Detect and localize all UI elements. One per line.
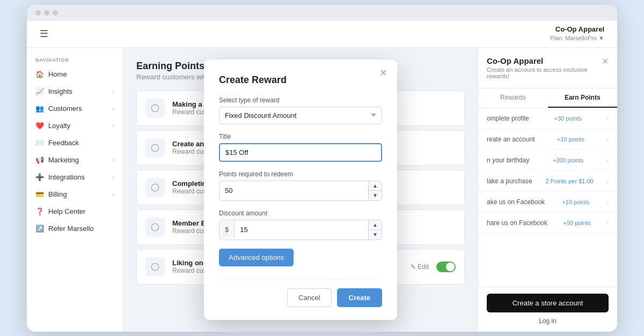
sidebar-item-label: Feedback xyxy=(48,139,79,147)
nav-label: NAVIGATION xyxy=(27,52,123,66)
panel-item-points: +50 points xyxy=(564,220,591,226)
help-icon: ❓ xyxy=(35,207,44,216)
reward-type-label: Select type of reward xyxy=(219,96,382,104)
points-decrement-btn[interactable]: ▼ xyxy=(369,191,382,200)
chevron-right-icon: › xyxy=(606,178,609,184)
brand-info: Co-Op Apparel Plan: MarselloPro ▼ xyxy=(550,25,604,43)
panel-item-label: ake us on Facebook xyxy=(487,198,545,206)
sidebar-item-feedback[interactable]: ✉️ Feedback xyxy=(27,135,123,152)
sidebar-item-loyalty[interactable]: ❤️ Loyalty › xyxy=(27,117,123,135)
insights-icon: 📈 xyxy=(35,87,44,96)
panel-tab-earn[interactable]: Earn Points xyxy=(548,88,618,108)
panel-item-points: 2 Points per $1.00 xyxy=(545,178,593,184)
hamburger-icon[interactable]: ☰ xyxy=(40,28,48,40)
create-button[interactable]: Create xyxy=(337,288,382,307)
advanced-options-button[interactable]: Advanced options xyxy=(219,249,294,266)
nav-item-left: ✉️ Feedback xyxy=(35,139,79,147)
panel-subtitle: Create an account to access exclusive re… xyxy=(487,66,602,79)
nav-item-left: ❤️ Loyalty xyxy=(35,122,70,130)
discount-group: Discount amount $ ▲ ▼ xyxy=(219,210,382,240)
sidebar-item-label: Marketing xyxy=(48,156,79,164)
title-label: Title xyxy=(219,133,382,140)
sidebar-item-home[interactable]: 🏠 Home xyxy=(27,66,123,83)
nav-item-left: 📈 Insights xyxy=(35,87,72,96)
sidebar-item-marketing[interactable]: 📢 Marketing › xyxy=(27,152,123,169)
sidebar-item-integrations[interactable]: ➕ Integrations › xyxy=(27,169,123,186)
sidebar-item-insights[interactable]: 📈 Insights › xyxy=(27,83,123,100)
panel-item-label: hare us on Facebook xyxy=(487,219,547,227)
browser-dot-1 xyxy=(35,10,41,16)
discount-spinner-btns: ▲ ▼ xyxy=(368,220,382,240)
discount-increment-btn[interactable]: ▲ xyxy=(369,220,382,230)
chevron-right-icon: › xyxy=(113,174,114,180)
panel-item-points: +30 points xyxy=(554,115,581,122)
panel-items: omplete profile +30 points › reate an ac… xyxy=(478,108,617,287)
panel-list-item[interactable]: hare us on Facebook +50 points › xyxy=(478,213,617,234)
panel-list-item[interactable]: lake a purchase 2 Points per $1.00 › xyxy=(478,171,617,192)
sidebar-item-help[interactable]: ❓ Help Center xyxy=(27,203,123,220)
feedback-icon: ✉️ xyxy=(35,139,44,147)
sidebar-item-label: Refer Marsello xyxy=(48,225,94,233)
sidebar-item-label: Home xyxy=(48,70,67,78)
points-label: Points required to redeem xyxy=(219,170,382,178)
login-button[interactable]: Log in xyxy=(487,317,609,325)
modal-actions: Cancel Create xyxy=(219,279,382,307)
sidebar: NAVIGATION 🏠 Home 📈 Insights › 👥 Custome… xyxy=(27,48,123,332)
nav-item-left: 🏠 Home xyxy=(35,70,67,79)
nav-item-left: 📢 Marketing xyxy=(35,156,79,165)
sidebar-item-customers[interactable]: 👥 Customers › xyxy=(27,100,123,117)
brand-name: Co-Op Apparel xyxy=(550,25,604,34)
sidebar-item-label: Billing xyxy=(48,190,67,198)
discount-prefix-icon: $ xyxy=(219,221,235,238)
nav-item-left: 👥 Customers xyxy=(35,104,82,113)
chevron-right-icon: › xyxy=(113,157,114,163)
sidebar-item-label: Integrations xyxy=(48,173,85,181)
close-icon[interactable]: ✕ xyxy=(379,68,387,78)
panel-close-icon[interactable]: ✕ xyxy=(602,56,609,66)
panel-header: Co-Op Apparel Create an account to acces… xyxy=(478,48,617,88)
chevron-right-icon: › xyxy=(606,199,609,205)
home-icon: 🏠 xyxy=(35,70,44,79)
chevron-right-icon: › xyxy=(606,220,609,226)
discount-input[interactable] xyxy=(235,221,368,238)
panel-list-item[interactable]: n your birthday +200 points › xyxy=(478,150,617,171)
reward-type-select[interactable]: Fixed Discount AmountPercentage Discount… xyxy=(219,107,382,124)
title-group: Title xyxy=(219,133,382,162)
browser-dot-3 xyxy=(53,10,58,16)
panel-list-item[interactable]: ake us on Facebook +10 points › xyxy=(478,192,617,213)
panel-tab-rewards[interactable]: Rewards xyxy=(478,88,548,108)
modal-overlay: Create Reward ✕ Select type of reward Fi… xyxy=(123,48,478,332)
panel-brand-info: Co-Op Apparel Create an account to acces… xyxy=(487,56,602,79)
points-increment-btn[interactable]: ▲ xyxy=(369,181,382,191)
browser-dot-2 xyxy=(44,10,49,16)
sidebar-item-billing[interactable]: 💳 Billing › xyxy=(27,186,123,203)
panel-list-item[interactable]: reate an account +10 points › xyxy=(478,129,617,150)
billing-icon: 💳 xyxy=(35,190,44,199)
panel-brand-name: Co-Op Apparel xyxy=(487,56,602,65)
panel-item-points: +10 points xyxy=(557,136,584,143)
chevron-right-icon: › xyxy=(113,88,114,94)
discount-decrement-btn[interactable]: ▼ xyxy=(369,230,382,240)
points-input[interactable] xyxy=(219,182,368,199)
right-panel: Co-Op Apparel Create an account to acces… xyxy=(478,48,617,332)
create-store-account-button[interactable]: Create a store account xyxy=(487,294,609,312)
chevron-right-icon: › xyxy=(113,191,114,197)
points-spinner-btns: ▲ ▼ xyxy=(368,181,382,200)
panel-list-item[interactable]: omplete profile +30 points › xyxy=(478,108,617,129)
chevron-right-icon: › xyxy=(606,115,609,122)
panel-footer: Create a store account Log in xyxy=(478,287,617,332)
panel-item-points: +10 points xyxy=(562,199,589,205)
reward-type-group: Select type of reward Fixed Discount Amo… xyxy=(219,96,382,124)
sidebar-item-refer[interactable]: ↗️ Refer Marsello xyxy=(27,220,123,237)
app-layout: NAVIGATION 🏠 Home 📈 Insights › 👥 Custome… xyxy=(27,48,617,332)
modal-title: Create Reward xyxy=(219,74,382,86)
plan-label: Plan: MarselloPro ▼ xyxy=(550,34,604,42)
discount-wrap: $ ▲ ▼ xyxy=(219,220,382,240)
panel-item-label: reate an account xyxy=(487,136,535,143)
panel-item-label: n your birthday xyxy=(487,156,529,164)
integrations-icon: ➕ xyxy=(35,173,44,182)
chevron-right-icon: › xyxy=(606,136,609,143)
loyalty-icon: ❤️ xyxy=(35,122,44,130)
title-input[interactable] xyxy=(219,143,382,162)
cancel-button[interactable]: Cancel xyxy=(287,288,331,307)
